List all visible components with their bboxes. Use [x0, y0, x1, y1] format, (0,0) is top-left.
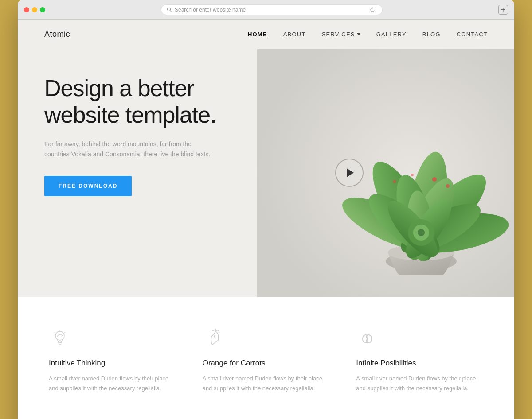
- infinity-icon: [356, 328, 378, 350]
- minimize-button[interactable]: [32, 7, 37, 12]
- feature-item-infinite: Infinite Posibilities A small river name…: [352, 323, 488, 398]
- hero-content: Design a betterwebsite template. Far far…: [44, 75, 266, 196]
- svg-line-1: [170, 11, 172, 12]
- maximize-button[interactable]: [40, 7, 45, 12]
- navigation: Atomic HOME ABOUT SERVICES GALLERY BLOG …: [18, 20, 514, 49]
- free-download-button[interactable]: FREE DOWNLOAD: [44, 176, 132, 196]
- feature-title-carrots: Orange for Carrots: [203, 359, 330, 368]
- play-icon: [347, 168, 354, 177]
- address-bar-text: Search or enter website name: [175, 7, 246, 13]
- site-logo[interactable]: Atomic: [44, 30, 70, 39]
- address-bar-wrapper: Search or enter website name: [50, 4, 494, 15]
- svg-point-20: [411, 174, 414, 176]
- search-icon: [167, 7, 172, 12]
- hero-plant-image: [257, 49, 514, 297]
- svg-point-17: [432, 177, 437, 182]
- svg-point-0: [168, 8, 171, 11]
- lightbulb-icon: [49, 328, 71, 350]
- feature-desc-thinking: A small river named Duden flows by their…: [49, 374, 176, 393]
- feature-desc-infinite: A small river named Duden flows by their…: [356, 374, 483, 393]
- chevron-down-icon: [357, 33, 360, 35]
- traffic-lights: [24, 7, 45, 12]
- nav-links: HOME ABOUT SERVICES GALLERY BLOG CONTACT: [248, 31, 488, 38]
- close-button[interactable]: [24, 7, 29, 12]
- feature-title-thinking: Intuitive Thinking: [49, 359, 176, 368]
- nav-link-gallery[interactable]: GALLERY: [376, 31, 407, 38]
- new-tab-button[interactable]: +: [498, 5, 508, 15]
- nav-link-home[interactable]: HOME: [248, 31, 267, 38]
- nav-link-contact[interactable]: CONTACT: [457, 31, 488, 38]
- refresh-icon[interactable]: [368, 7, 377, 12]
- website-content: Atomic HOME ABOUT SERVICES GALLERY BLOG …: [18, 20, 514, 419]
- nav-link-services[interactable]: SERVICES: [322, 31, 360, 38]
- features-section: Intuitive Thinking A small river named D…: [18, 297, 514, 419]
- address-bar[interactable]: Search or enter website name: [161, 4, 383, 15]
- hero-section: Design a betterwebsite template. Far far…: [18, 49, 514, 297]
- svg-point-19: [393, 180, 396, 183]
- nav-link-blog[interactable]: BLOG: [422, 31, 441, 38]
- browser-window: Search or enter website name + Atomic HO…: [18, 0, 514, 419]
- svg-line-28: [55, 332, 55, 333]
- hero-title: Design a betterwebsite template.: [44, 75, 266, 128]
- svg-point-18: [446, 184, 450, 188]
- play-button[interactable]: [335, 159, 364, 187]
- feature-item-carrots: Orange for Carrots A small river named D…: [198, 323, 334, 398]
- svg-point-23: [418, 229, 425, 236]
- nav-link-about[interactable]: ABOUT: [283, 31, 306, 38]
- feature-item-thinking: Intuitive Thinking A small river named D…: [44, 323, 180, 398]
- carrot-icon: [203, 328, 225, 350]
- hero-subtitle: Far far away, behind the word mountains,…: [44, 139, 213, 160]
- svg-point-24: [55, 331, 64, 340]
- feature-desc-carrots: A small river named Duden flows by their…: [203, 374, 330, 393]
- svg-line-29: [64, 332, 65, 333]
- feature-title-infinite: Infinite Posibilities: [356, 359, 483, 368]
- browser-chrome: Search or enter website name +: [18, 0, 514, 20]
